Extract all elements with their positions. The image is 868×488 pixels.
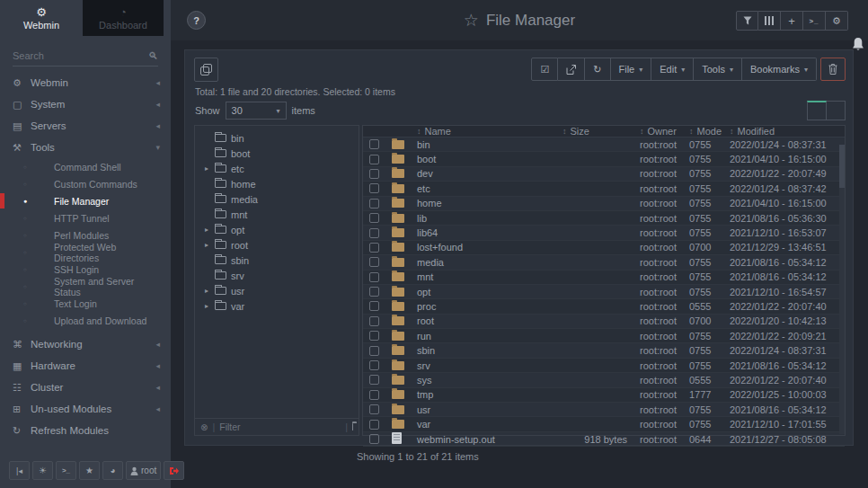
row-checkbox[interactable] xyxy=(369,213,379,223)
select-all-button[interactable]: ☑ xyxy=(531,58,558,81)
tree-item[interactable]: sbin xyxy=(195,253,359,268)
row-checkbox[interactable] xyxy=(369,434,379,444)
table-scrollbar[interactable] xyxy=(839,145,845,434)
tree-item[interactable]: home xyxy=(195,176,359,191)
table-row[interactable]: bin root:root 0755 2022/01/24 - 08:37:31 xyxy=(363,138,845,152)
table-row[interactable]: webmin-setup.out 918 bytes root:root 064… xyxy=(363,432,845,447)
row-checkbox[interactable] xyxy=(369,287,379,297)
folder-filter-toggle-icon[interactable] xyxy=(352,423,353,430)
expand-arrow-icon[interactable]: ▸ xyxy=(205,302,208,310)
row-checkbox[interactable] xyxy=(369,257,379,267)
table-row[interactable]: var root:root 0755 2021/12/10 - 17:01:55 xyxy=(363,417,845,431)
delete-button[interactable] xyxy=(820,58,846,81)
search-input[interactable] xyxy=(13,50,148,61)
table-row[interactable]: tmp root:root 1777 2022/01/25 - 10:00:03 xyxy=(363,388,845,403)
row-checkbox[interactable] xyxy=(369,360,379,370)
table-row[interactable]: usr root:root 0755 2021/08/16 - 05:34:12 xyxy=(363,403,845,417)
menu-dropdown-button[interactable]: Bookmarks ▾ xyxy=(742,58,817,81)
tree-item[interactable]: ▸ opt xyxy=(195,222,359,237)
sidebar-item[interactable]: ☷ Cluster ◂ xyxy=(0,377,171,398)
scrollbar-thumb[interactable] xyxy=(839,145,845,188)
favorites-button[interactable]: ★ xyxy=(79,461,100,480)
table-row[interactable]: opt root:root 0755 2021/12/10 - 16:54:57 xyxy=(363,285,845,299)
paste-buffer-button[interactable] xyxy=(194,58,218,82)
table-row[interactable]: proc root:root 0555 2022/01/22 - 20:07:4… xyxy=(363,299,845,314)
favorite-star-icon[interactable]: ☆ xyxy=(464,10,479,31)
sidebar-item[interactable]: ○ System and Server Status xyxy=(0,278,171,295)
refresh-button[interactable]: ↻ xyxy=(585,58,610,81)
add-button[interactable]: + xyxy=(781,11,803,31)
menu-dropdown-button[interactable]: Edit ▾ xyxy=(651,58,694,81)
table-row[interactable]: sys root:root 0555 2022/01/22 - 20:07:40 xyxy=(363,373,845,387)
row-checkbox[interactable] xyxy=(369,155,379,164)
table-row[interactable]: home root:root 0755 2021/04/10 - 16:15:0… xyxy=(363,197,845,211)
expand-arrow-icon[interactable]: ▸ xyxy=(205,164,208,173)
row-checkbox[interactable] xyxy=(369,199,379,209)
tree-item[interactable]: mnt xyxy=(195,207,359,222)
table-row[interactable]: mnt root:root 0755 2021/08/16 - 05:34:12 xyxy=(363,271,845,285)
column-header-modified[interactable]: ↕Modified xyxy=(730,126,845,137)
column-header-owner[interactable]: ↕Owner xyxy=(640,126,689,137)
tree-filter-input[interactable] xyxy=(219,421,341,432)
breadcrumb-segment[interactable] xyxy=(827,101,846,120)
row-checkbox[interactable] xyxy=(369,272,379,282)
tree-item[interactable]: ▸ usr xyxy=(195,283,359,298)
row-checkbox[interactable] xyxy=(369,139,379,149)
settings-button[interactable]: ⚙ xyxy=(826,11,848,31)
sidebar-item[interactable]: ○ Custom Commands xyxy=(0,175,171,192)
row-checkbox[interactable] xyxy=(369,346,379,356)
sidebar-item[interactable]: ○ Protected Web Directories xyxy=(0,244,171,261)
export-button[interactable] xyxy=(558,58,585,81)
table-row[interactable]: media root:root 0755 2021/08/16 - 05:34:… xyxy=(363,255,845,270)
clear-filter-icon[interactable]: ⊗ xyxy=(200,422,208,432)
logout-button[interactable] xyxy=(164,461,184,480)
row-checkbox[interactable] xyxy=(369,404,379,414)
sidebar-tab[interactable]: ⚙ Webmin xyxy=(0,0,83,36)
tree-item[interactable]: srv xyxy=(195,268,359,283)
sidebar-item[interactable]: ○ Text Login xyxy=(0,295,171,312)
menu-dropdown-button[interactable]: File ▾ xyxy=(611,58,652,81)
menu-dropdown-button[interactable]: Tools ▾ xyxy=(694,58,742,81)
breadcrumb-segment[interactable] xyxy=(807,101,827,120)
table-row[interactable]: lib64 root:root 0755 2021/12/10 - 16:53:… xyxy=(363,226,845,240)
row-checkbox[interactable] xyxy=(369,331,379,341)
user-button[interactable]: root xyxy=(126,461,161,480)
page-size-select[interactable]: 30 ▾ xyxy=(226,102,287,120)
expand-arrow-icon[interactable]: ▸ xyxy=(205,241,208,249)
tree-item[interactable]: ▸ root xyxy=(195,237,359,253)
row-checkbox[interactable] xyxy=(369,228,379,238)
expand-arrow-icon[interactable]: ▸ xyxy=(205,287,208,295)
row-checkbox[interactable] xyxy=(369,301,379,311)
table-row[interactable]: lost+found root:root 0700 2021/12/29 - 1… xyxy=(363,241,845,255)
sidebar-item[interactable]: ▢ System ◂ xyxy=(0,93,171,115)
sidebar-item[interactable]: ○ HTTP Tunnel xyxy=(0,209,171,226)
sidebar-item[interactable]: ⚒ Tools ▾ xyxy=(0,137,171,158)
sidebar-item[interactable]: ▦ Hardware ◂ xyxy=(0,355,171,377)
sidebar-item[interactable]: ○ Command Shell xyxy=(0,158,171,175)
table-row[interactable]: boot root:root 0755 2021/04/10 - 16:15:0… xyxy=(363,152,845,166)
table-row[interactable]: dev root:root 0755 2022/01/22 - 20:07:49 xyxy=(363,167,845,182)
table-row[interactable]: lib root:root 0755 2021/08/16 - 05:36:30 xyxy=(363,211,845,226)
expand-arrow-icon[interactable]: ▸ xyxy=(205,226,208,234)
column-header-size[interactable]: ↕Size xyxy=(550,126,640,137)
language-button[interactable]: ◕ xyxy=(102,461,123,480)
tree-item[interactable]: ▸ var xyxy=(195,298,359,314)
table-row[interactable]: etc root:root 0755 2022/01/24 - 08:37:42 xyxy=(363,182,845,196)
sidebar-tab[interactable]: ◔ Dashboard xyxy=(83,0,164,36)
table-row[interactable]: root root:root 0700 2022/01/20 - 10:42:1… xyxy=(363,315,845,329)
row-checkbox[interactable] xyxy=(369,243,379,253)
tree-item[interactable]: boot xyxy=(195,146,359,161)
column-header-mode[interactable]: ↕Mode xyxy=(689,126,730,137)
row-checkbox[interactable] xyxy=(369,390,379,400)
row-checkbox[interactable] xyxy=(369,169,379,179)
tree-item[interactable]: media xyxy=(195,191,359,207)
sidebar-item[interactable]: ⚙ Webmin ◂ xyxy=(0,72,171,93)
sidebar-item[interactable]: ↻ Refresh Modules xyxy=(0,420,171,441)
notifications-bell[interactable] xyxy=(850,36,866,53)
shell-button[interactable]: >_ xyxy=(803,11,826,31)
terminal-button[interactable]: >_ xyxy=(56,461,76,480)
collapse-sidebar-button[interactable]: |◂ xyxy=(9,461,30,480)
table-row[interactable]: run root:root 0755 2022/01/22 - 20:09:21 xyxy=(363,329,845,343)
row-checkbox[interactable] xyxy=(369,316,379,326)
table-row[interactable]: sbin root:root 0755 2022/01/24 - 08:37:3… xyxy=(363,343,845,358)
